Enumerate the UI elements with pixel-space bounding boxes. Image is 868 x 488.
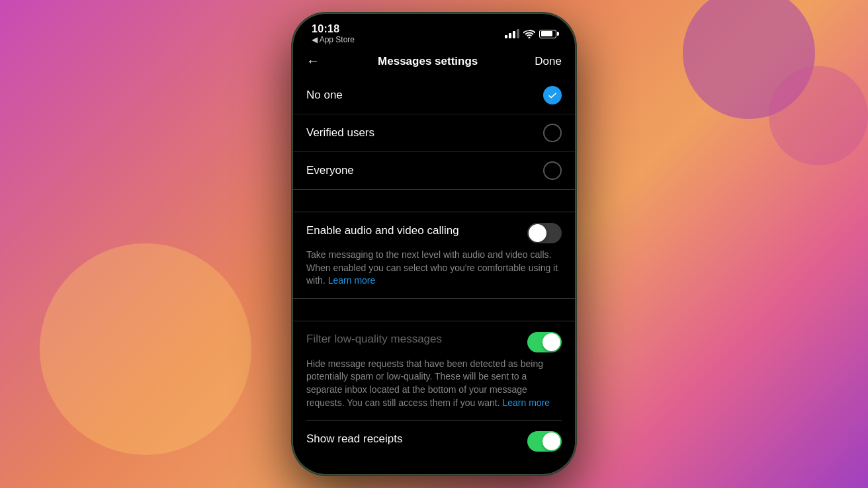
nav-header: ← Messages settings Done: [293, 48, 575, 77]
phone-wrapper: 10:18 ◀ App Store: [292, 13, 576, 475]
phone-screen: 10:18 ◀ App Store: [293, 14, 575, 474]
status-back-app[interactable]: ◀ App Store: [312, 35, 355, 44]
phone-frame: 10:18 ◀ App Store: [292, 13, 576, 475]
wifi-icon: [523, 29, 535, 38]
bg-decoration-1: [40, 243, 251, 455]
section-gap-2: [293, 298, 575, 321]
back-arrow-icon: ←: [306, 54, 320, 69]
section-gap-1: [293, 189, 575, 212]
filter-messages-desc: Hide message requests that have been det…: [306, 358, 562, 409]
read-receipts-toggle[interactable]: [527, 431, 562, 452]
nav-title: Messages settings: [378, 55, 478, 68]
nav-done-button[interactable]: Done: [535, 55, 562, 68]
filter-messages-label: Filter low-quality messages: [306, 333, 442, 346]
toggle-knob-filter: [542, 333, 560, 351]
option-verified-label: Verified users: [306, 126, 374, 140]
radio-no-one[interactable]: [543, 86, 562, 104]
filter-messages-top: Filter low-quality messages: [306, 332, 562, 352]
option-everyone[interactable]: Everyone: [293, 151, 575, 189]
audio-video-top: Enable audio and video calling: [306, 223, 562, 243]
signal-icon: [505, 29, 519, 38]
audio-video-label: Enable audio and video calling: [306, 224, 459, 237]
status-time: 10:18: [312, 23, 339, 35]
battery-fill: [541, 31, 553, 36]
status-right: [505, 29, 556, 38]
radio-verified[interactable]: [543, 124, 562, 142]
filter-messages-block: Filter low-quality messages Hide message…: [293, 321, 575, 420]
toggle-knob-audio: [529, 224, 546, 242]
option-everyone-label: Everyone: [306, 164, 354, 177]
read-receipts-label: Show read receipts: [306, 432, 403, 446]
status-left: 10:18 ◀ App Store: [312, 23, 355, 44]
filter-messages-learn-more[interactable]: Learn more: [503, 397, 550, 408]
audio-video-block: Enable audio and video calling Take mess…: [293, 212, 575, 298]
option-no-one-label: No one: [306, 89, 343, 102]
dynamic-island: [394, 20, 474, 43]
read-receipts-block: Show read receipts: [293, 421, 575, 468]
audio-video-toggle[interactable]: [527, 223, 562, 243]
status-bar: 10:18 ◀ App Store: [293, 14, 575, 48]
radio-everyone[interactable]: [543, 161, 562, 180]
bg-decoration-3: [769, 66, 868, 165]
content-area: No one Verified users Everyone Enable a: [293, 77, 575, 468]
filter-messages-toggle[interactable]: [527, 332, 562, 352]
audio-video-learn-more[interactable]: Learn more: [328, 275, 376, 286]
read-receipts-top: Show read receipts: [306, 431, 562, 452]
option-verified-users[interactable]: Verified users: [293, 114, 575, 151]
toggle-knob-receipts: [542, 432, 560, 450]
battery-icon: [539, 30, 556, 38]
option-no-one[interactable]: No one: [293, 77, 575, 114]
nav-back-button[interactable]: ←: [306, 54, 321, 69]
audio-video-desc: Take messaging to the next level with au…: [306, 249, 562, 288]
